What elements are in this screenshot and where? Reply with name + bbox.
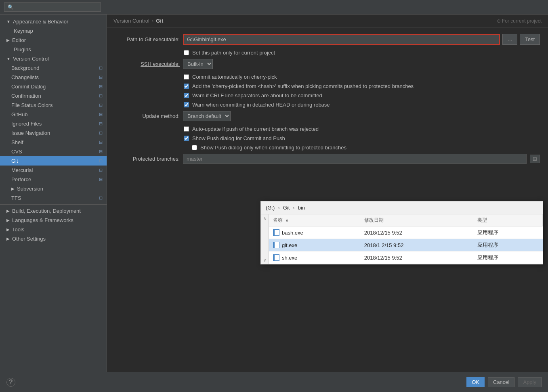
sidebar-item-cvs[interactable]: CVS⊟ [0, 147, 107, 156]
sidebar-item-label: Git [11, 158, 97, 164]
sidebar-item-issue-navigation[interactable]: Issue Navigation⊟ [0, 128, 107, 138]
update-method-row: Update method: Branch default Merge Reba… [115, 111, 540, 121]
commit-auto-cherry-pick-checkbox[interactable] [184, 74, 189, 80]
path-input[interactable] [183, 34, 500, 45]
name-sort-arrow: ∧ [286, 218, 288, 222]
sidebar-item-version-control[interactable]: ▼Version Control [0, 54, 107, 63]
arrow-right-icon: ▶ [6, 227, 10, 232]
sidebar-item-keymap[interactable]: Keymap [0, 26, 107, 36]
sidebar-item-changelists[interactable]: Changelists⊟ [0, 73, 107, 82]
arrow-right-icon: ▶ [6, 218, 10, 222]
ok-button[interactable]: OK [466, 377, 485, 387]
set-path-only-checkbox[interactable] [184, 50, 189, 55]
page-icon: ⊟ [99, 103, 103, 108]
scroll-up-btn[interactable]: ∧ [263, 216, 266, 220]
file-row[interactable]: sh.exe 2018/12/15 9:52 应用程序 [269, 252, 543, 264]
sidebar-item-label: Version Control [13, 56, 103, 62]
search-input[interactable] [16, 4, 93, 10]
page-icon: ⊟ [99, 84, 103, 89]
sidebar-item-languages-frameworks[interactable]: ▶Languages & Frameworks [0, 216, 107, 225]
sidebar-item-appearance-behavior[interactable]: ▼Appearance & Behavior [0, 17, 107, 26]
show-push-dialog-protected-row: Show Push dialog only when committing to… [115, 145, 540, 151]
sidebar-item-commit-dialog[interactable]: Commit Dialog⊟ [0, 82, 107, 91]
browse-button[interactable]: ... [502, 34, 517, 45]
file-name: sh.exe [282, 255, 297, 261]
col-modified[interactable]: 修改日期 [360, 214, 473, 226]
show-push-dialog-protected-checkbox[interactable] [192, 145, 197, 150]
file-browser-header-row: 名称 ∧ 修改日期 类型 [269, 214, 543, 226]
add-cherry-picked-row: Add the 'cherry-picked from <hash>' suff… [115, 83, 540, 89]
ssh-select[interactable]: Built-in Native [183, 59, 213, 69]
sidebar-item-file-status-colors[interactable]: File Status Colors⊟ [0, 101, 107, 110]
sidebar-item-confirmation[interactable]: Confirmation⊟ [0, 91, 107, 101]
sidebar: ▼Appearance & BehaviorKeymap▶EditorPlugi… [0, 15, 107, 372]
sidebar-item-shelf[interactable]: Shelf⊟ [0, 138, 107, 147]
breadcrumb-for-project: ⊙ For current project [497, 18, 542, 24]
arrow-right-icon: ▶ [6, 209, 10, 213]
sidebar-item-git[interactable]: Git⊟ [0, 156, 107, 166]
sidebar-item-label: Subversion [17, 186, 103, 192]
show-push-dialog-checkbox[interactable] [184, 136, 189, 141]
sidebar-item-other-settings[interactable]: ▶Other Settings [0, 234, 107, 243]
sidebar-item-tools[interactable]: ▶Tools [0, 225, 107, 234]
file-row[interactable]: bash.exe 2018/12/15 9:52 应用程序 [269, 226, 543, 239]
protected-branches-row: Protected branches: ⊞ [115, 154, 540, 164]
sidebar-item-label: Plugins [14, 46, 103, 52]
file-browser-header: (G:) › Git › bin [261, 201, 543, 214]
sidebar-item-ignored-files[interactable]: Ignored Files⊟ [0, 119, 107, 128]
protected-expand-icon[interactable]: ⊞ [530, 155, 540, 163]
arrow-down-icon: ▼ [6, 57, 10, 61]
warn-crlf-label[interactable]: Warn if CRLF line separators are about t… [192, 92, 322, 99]
col-name[interactable]: 名称 ∧ [269, 214, 360, 226]
search-icon: 🔍 [8, 4, 14, 10]
add-cherry-picked-checkbox[interactable] [184, 84, 189, 89]
sidebar-item-label: Build, Execution, Deployment [12, 208, 103, 214]
commit-auto-cherry-pick-label[interactable]: Commit automatically on cherry-pick [192, 74, 277, 80]
sidebar-item-plugins[interactable]: Plugins [0, 45, 107, 54]
file-icon [273, 242, 279, 248]
cancel-button[interactable]: Cancel [488, 377, 514, 387]
sidebar-item-editor[interactable]: ▶Editor [0, 36, 107, 45]
file-name-cell: git.exe [269, 239, 360, 252]
sidebar-item-background[interactable]: Background⊟ [0, 63, 107, 73]
auto-update-row: Auto-update if push of the current branc… [115, 126, 540, 132]
file-name: git.exe [282, 242, 297, 248]
test-button[interactable]: Test [520, 34, 540, 45]
auto-update-checkbox[interactable] [184, 126, 189, 132]
sidebar-item-label: Appearance & Behavior [13, 19, 103, 25]
sidebar-item-label: Keymap [14, 28, 103, 34]
sidebar-item-label: Confirmation [11, 93, 97, 99]
page-icon: ⊟ [99, 195, 103, 201]
sidebar-item-subversion[interactable]: ▶Subversion [0, 184, 107, 193]
page-icon: ⊟ [99, 158, 103, 164]
auto-update-label[interactable]: Auto-update if push of the current branc… [192, 126, 319, 132]
warn-detached-label[interactable]: Warn when committing in detached HEAD or… [192, 102, 330, 108]
set-path-only-label[interactable]: Set this path only for current project [192, 50, 275, 56]
show-push-dialog-label[interactable]: Show Push dialog for Commit and Push [192, 135, 285, 141]
update-method-select[interactable]: Branch default Merge Rebase [183, 111, 231, 121]
update-method-label: Update method: [115, 113, 180, 119]
sidebar-item-label: TFS [11, 195, 97, 201]
search-box[interactable]: 🔍 [4, 2, 101, 12]
apply-button[interactable]: Apply [518, 377, 542, 387]
sidebar-item-tfs[interactable]: TFS⊟ [0, 193, 107, 203]
help-button[interactable]: ? [6, 378, 15, 387]
page-icon: ⊟ [99, 112, 103, 117]
warn-crlf-checkbox[interactable] [184, 93, 189, 98]
add-cherry-picked-label[interactable]: Add the 'cherry-picked from <hash>' suff… [192, 83, 414, 89]
sidebar-item-github[interactable]: GitHub⊟ [0, 110, 107, 119]
show-push-dialog-protected-label[interactable]: Show Push dialog only when committing to… [200, 145, 346, 151]
ssh-row: SSH executable: Built-in Native [115, 59, 540, 69]
sidebar-item-mercurial[interactable]: Mercurial⊟ [0, 166, 107, 175]
protected-branches-input[interactable] [183, 154, 527, 164]
sidebar-item-build-execution-deployment[interactable]: ▶Build, Execution, Deployment [0, 206, 107, 216]
warn-detached-checkbox[interactable] [184, 102, 189, 107]
col-type[interactable]: 类型 [473, 214, 543, 226]
sidebar-item-label: Issue Navigation [11, 130, 97, 136]
file-row[interactable]: git.exe 2018/1 2/15 9:52 应用程序 [269, 239, 543, 252]
sidebar-item-label: Mercurial [11, 167, 97, 173]
arrow-right-icon: ▶ [11, 187, 15, 191]
sidebar-item-label: Editor [12, 37, 103, 43]
warn-detached-row: Warn when committing in detached HEAD or… [115, 102, 540, 108]
sidebar-item-perforce[interactable]: Perforce⊟ [0, 175, 107, 184]
